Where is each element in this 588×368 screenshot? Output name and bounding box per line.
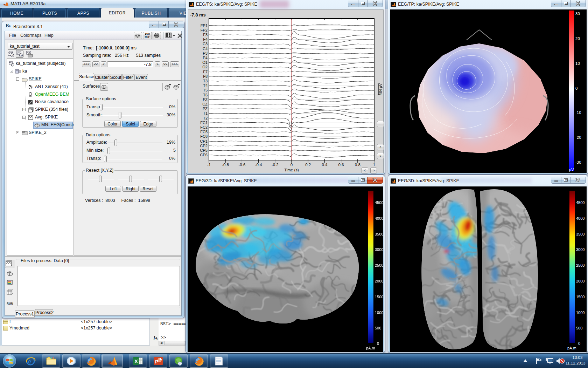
- svg-text:1500: 1500: [576, 295, 584, 299]
- svg-text:0.8: 0.8: [355, 163, 360, 167]
- svg-text:O2: O2: [202, 65, 208, 69]
- svg-text:2000: 2000: [576, 279, 584, 283]
- svg-text:FC5: FC5: [200, 130, 208, 134]
- svg-text:-0.8: -0.8: [222, 163, 229, 167]
- svg-text:T5: T5: [203, 88, 208, 92]
- svg-text:X: X: [134, 358, 138, 364]
- svg-text:30: 30: [575, 12, 580, 16]
- svg-text:10: 10: [575, 61, 580, 66]
- svg-text:0: 0: [575, 86, 578, 90]
- svg-text:3500: 3500: [375, 232, 383, 236]
- svg-text:FZ: FZ: [203, 97, 208, 102]
- svg-text:Time (s): Time (s): [284, 168, 299, 172]
- svg-text:CZ: CZ: [202, 102, 208, 106]
- svg-text:?: ?: [20, 54, 22, 57]
- svg-text:1000: 1000: [576, 311, 584, 315]
- svg-text:C4: C4: [203, 47, 208, 51]
- svg-text:2500: 2500: [576, 263, 584, 267]
- svg-text:500: 500: [375, 326, 381, 330]
- svg-text:FC1: FC1: [200, 121, 208, 125]
- svg-text:0: 0: [578, 341, 580, 346]
- svg-text:e: e: [28, 358, 31, 365]
- svg-text:pA.m: pA.m: [366, 346, 375, 350]
- svg-text:FC6: FC6: [200, 134, 208, 138]
- svg-text:F7: F7: [203, 70, 208, 74]
- svg-text:FC2: FC2: [200, 125, 208, 129]
- svg-text:CP1: CP1: [200, 139, 208, 143]
- svg-text:T1: T1: [203, 111, 208, 115]
- svg-text:-20: -20: [575, 135, 581, 139]
- svg-text:PZ: PZ: [203, 107, 208, 111]
- svg-text:2000: 2000: [375, 279, 383, 283]
- svg-text:FP2: FP2: [201, 28, 208, 32]
- svg-text:P4: P4: [203, 56, 208, 60]
- svg-text:T3: T3: [203, 79, 208, 83]
- svg-text:-1: -1: [207, 163, 211, 167]
- svg-text:O1: O1: [202, 60, 208, 64]
- svg-text:T4: T4: [203, 83, 208, 88]
- svg-text:484 µV: 484 µV: [378, 83, 383, 95]
- svg-text:P3: P3: [203, 51, 208, 55]
- svg-text:1000: 1000: [375, 311, 383, 315]
- svg-text:-0.4: -0.4: [255, 163, 262, 167]
- svg-text:0.2: 0.2: [305, 163, 311, 167]
- svg-text:1500: 1500: [375, 295, 383, 299]
- svg-text:3500: 3500: [576, 232, 584, 236]
- svg-text:-0.2: -0.2: [272, 163, 279, 167]
- svg-text:0: 0: [377, 341, 379, 346]
- svg-text:-30: -30: [575, 160, 581, 164]
- svg-text:F3: F3: [203, 33, 208, 37]
- svg-text:3000: 3000: [576, 247, 584, 252]
- svg-text:T2: T2: [203, 116, 208, 120]
- svg-text:0.4: 0.4: [322, 163, 328, 167]
- svg-text:pA.m: pA.m: [567, 346, 576, 350]
- svg-text:FP1: FP1: [201, 23, 208, 28]
- svg-text:C3: C3: [203, 42, 208, 46]
- svg-text:2500: 2500: [375, 263, 383, 267]
- svg-text:0: 0: [290, 163, 293, 167]
- svg-text:4500: 4500: [375, 200, 383, 205]
- svg-text:F4: F4: [203, 37, 208, 41]
- svg-text:-0.6: -0.6: [238, 163, 245, 167]
- svg-text:20: 20: [575, 36, 580, 41]
- svg-text:4000: 4000: [375, 216, 383, 220]
- svg-text:1: 1: [373, 163, 375, 167]
- svg-text:3000: 3000: [375, 247, 383, 252]
- svg-text:T6: T6: [203, 93, 208, 97]
- svg-text:4000: 4000: [576, 216, 584, 220]
- svg-text:4500: 4500: [576, 200, 584, 205]
- svg-text:F8: F8: [203, 74, 208, 79]
- svg-text:P: P: [155, 359, 158, 364]
- svg-text:500: 500: [576, 326, 582, 330]
- svg-text:CP6: CP6: [200, 153, 208, 157]
- svg-text:0.6: 0.6: [338, 163, 344, 167]
- svg-text:CP2: CP2: [200, 144, 208, 148]
- svg-text:µV: µV: [569, 168, 574, 172]
- svg-text:?: ?: [12, 54, 13, 57]
- svg-text:CP5: CP5: [200, 148, 208, 152]
- svg-text:-10: -10: [575, 110, 581, 115]
